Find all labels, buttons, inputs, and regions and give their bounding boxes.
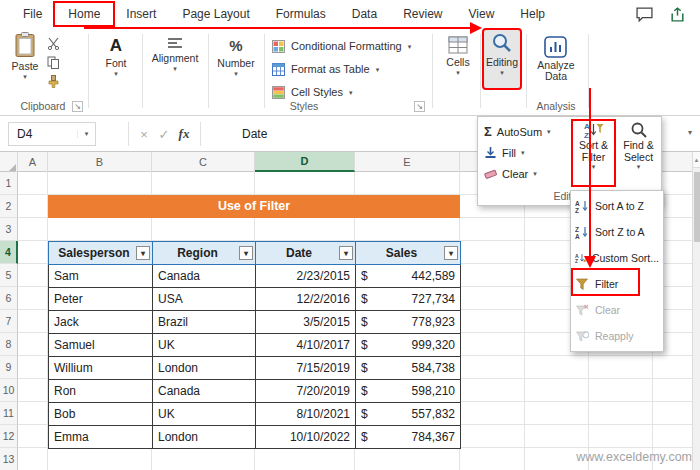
tab-data[interactable]: Data bbox=[339, 3, 390, 25]
row-header-8[interactable]: 8 bbox=[0, 333, 18, 356]
styles-dialog-launcher[interactable]: ↘ bbox=[414, 101, 425, 112]
vertical-scrollbar[interactable]: ▲ bbox=[692, 152, 700, 470]
fill-button[interactable]: Fill ▾ bbox=[484, 143, 525, 162]
name-box-dropdown-icon[interactable]: ▾ bbox=[77, 130, 95, 138]
alignment-group-button[interactable]: Alignment ▾ bbox=[148, 36, 202, 71]
row-header-11[interactable]: 11 bbox=[0, 402, 18, 425]
cell-date[interactable]: 7/20/2019 bbox=[256, 380, 356, 403]
row-header-5[interactable]: 5 bbox=[0, 264, 18, 287]
paste-button[interactable]: Paste ▾ bbox=[8, 32, 42, 79]
row-header-2[interactable]: 2 bbox=[0, 195, 18, 218]
cell-region[interactable]: UK bbox=[153, 334, 256, 357]
row-header-13[interactable]: 13 bbox=[0, 448, 18, 470]
cell-date[interactable]: 4/10/2017 bbox=[256, 334, 356, 357]
row-header-7[interactable]: 7 bbox=[0, 310, 18, 333]
header-region[interactable]: Region▾ bbox=[153, 242, 256, 265]
clear-button[interactable]: Clear ▾ bbox=[484, 164, 537, 183]
cell-date[interactable]: 3/5/2015 bbox=[256, 311, 356, 334]
cell-date[interactable]: 2/23/2015 bbox=[256, 265, 356, 288]
formula-bar-expand-icon[interactable]: ▾ bbox=[688, 128, 692, 137]
cancel-icon[interactable]: × bbox=[134, 127, 154, 142]
cell-sales[interactable]: $784,367 bbox=[356, 426, 461, 449]
autosum-button[interactable]: Σ AutoSum ▾ bbox=[484, 122, 551, 141]
column-header-b[interactable]: B bbox=[48, 152, 152, 172]
menu-item-sort-z-to-a[interactable]: Z A Sort Z to A bbox=[571, 219, 663, 245]
format-painter-icon[interactable] bbox=[47, 75, 60, 88]
filter-dropdown-icon[interactable]: ▾ bbox=[136, 246, 150, 260]
cell-salesperson[interactable]: Samuel bbox=[49, 334, 153, 357]
name-box[interactable]: D4 ▾ bbox=[8, 122, 96, 146]
cell-sales[interactable]: $557,832 bbox=[356, 403, 461, 426]
cell-date[interactable]: 7/15/2019 bbox=[256, 357, 356, 380]
cut-scissors-icon[interactable] bbox=[47, 37, 60, 50]
find-select-button[interactable]: Find & Select ▾ bbox=[616, 121, 661, 185]
font-group-button[interactable]: A Font ▾ bbox=[96, 36, 136, 76]
banner-cell[interactable]: Use of Filter bbox=[48, 195, 460, 218]
editing-group-button[interactable]: Editing ▾ bbox=[484, 30, 520, 88]
header-sales[interactable]: Sales▾ bbox=[356, 242, 461, 265]
cell-salesperson[interactable]: Willium bbox=[49, 357, 153, 380]
filter-dropdown-icon[interactable]: ▾ bbox=[444, 246, 458, 260]
header-date[interactable]: Date▾ bbox=[256, 242, 356, 265]
row-header-10[interactable]: 10 bbox=[0, 379, 18, 402]
tab-file[interactable]: File bbox=[10, 3, 55, 25]
cell-region[interactable]: UK bbox=[153, 403, 256, 426]
scrollbar-thumb[interactable] bbox=[694, 172, 700, 242]
column-header-c[interactable]: C bbox=[152, 152, 255, 172]
cell-region[interactable]: Brazil bbox=[153, 311, 256, 334]
row-header-4[interactable]: 4 bbox=[0, 241, 18, 264]
formula-input[interactable]: Date bbox=[242, 122, 267, 146]
cell-region[interactable]: London bbox=[153, 357, 256, 380]
cell-salesperson[interactable]: Bob bbox=[49, 403, 153, 426]
cell-sales[interactable]: $598,210 bbox=[356, 380, 461, 403]
row-header-12[interactable]: 12 bbox=[0, 425, 18, 448]
cell-sales[interactable]: $584,738 bbox=[356, 357, 461, 380]
column-header-d[interactable]: D bbox=[255, 152, 355, 172]
analyze-data-button[interactable]: Analyze Data bbox=[530, 36, 582, 82]
sort-filter-button[interactable]: A Z Sort & Filter ▾ bbox=[573, 121, 614, 185]
row-header-1[interactable]: 1 bbox=[0, 172, 18, 195]
column-header-e[interactable]: E bbox=[355, 152, 460, 172]
cell-salesperson[interactable]: Peter bbox=[49, 288, 153, 311]
cell-salesperson[interactable]: Ron bbox=[49, 380, 153, 403]
cell-sales[interactable]: $442,589 bbox=[356, 265, 461, 288]
tab-page-layout[interactable]: Page Layout bbox=[169, 3, 262, 25]
cell-date[interactable]: 10/10/2022 bbox=[256, 426, 356, 449]
cell-region[interactable]: Canada bbox=[153, 265, 256, 288]
clipboard-dialog-launcher[interactable]: ↘ bbox=[72, 101, 83, 112]
cell-sales[interactable]: $999,320 bbox=[356, 334, 461, 357]
cell-salesperson[interactable]: Sam bbox=[49, 265, 153, 288]
tab-review[interactable]: Review bbox=[390, 3, 455, 25]
filter-dropdown-icon[interactable]: ▾ bbox=[339, 246, 353, 260]
row-header-6[interactable]: 6 bbox=[0, 287, 18, 310]
tab-help[interactable]: Help bbox=[507, 3, 558, 25]
row-header-3[interactable]: 3 bbox=[0, 218, 18, 241]
menu-item-sort-a-to-z[interactable]: A Z Sort A to Z bbox=[571, 193, 663, 219]
enter-check-icon[interactable]: ✓ bbox=[154, 127, 174, 142]
cell-salesperson[interactable]: Jack bbox=[49, 311, 153, 334]
column-header-a[interactable]: A bbox=[18, 152, 48, 172]
scroll-up-icon[interactable]: ▲ bbox=[693, 152, 700, 168]
tab-home[interactable]: Home bbox=[55, 3, 113, 25]
cell-styles-button[interactable]: Cell Styles ▾ bbox=[272, 83, 352, 101]
cell-sales[interactable]: $778,923 bbox=[356, 311, 461, 334]
cell-region[interactable]: USA bbox=[153, 288, 256, 311]
insert-function-icon[interactable]: fx bbox=[174, 126, 194, 142]
cell-date[interactable]: 8/10/2021 bbox=[256, 403, 356, 426]
format-as-table-button[interactable]: Format as Table ▾ bbox=[272, 60, 379, 78]
number-group-button[interactable]: % Number ▾ bbox=[214, 36, 258, 76]
conditional-formatting-button[interactable]: Conditional Formatting ▾ bbox=[272, 37, 411, 55]
tab-formulas[interactable]: Formulas bbox=[263, 3, 339, 25]
cell-region[interactable]: London bbox=[153, 426, 256, 449]
copy-icon[interactable] bbox=[47, 56, 60, 69]
share-icon[interactable] bbox=[669, 7, 686, 22]
cell-date[interactable]: 12/2/2016 bbox=[256, 288, 356, 311]
menu-item-custom-sort[interactable]: A Z Custom Sort... bbox=[571, 245, 663, 271]
comment-icon[interactable] bbox=[636, 7, 653, 22]
filter-dropdown-icon[interactable]: ▾ bbox=[239, 246, 253, 260]
cell-region[interactable]: Canada bbox=[153, 380, 256, 403]
row-header-9[interactable]: 9 bbox=[0, 356, 18, 379]
menu-item-filter[interactable]: Filter bbox=[571, 271, 663, 297]
cell-sales[interactable]: $727,734 bbox=[356, 288, 461, 311]
cell-salesperson[interactable]: Emma bbox=[49, 426, 153, 449]
